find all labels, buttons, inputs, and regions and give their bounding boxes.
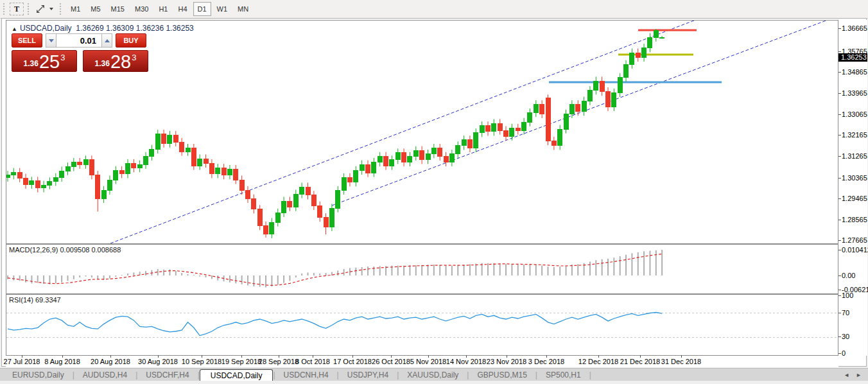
price-axis-label-tick (838, 93, 841, 94)
tab-audusd-h4[interactable]: AUDUSD,H4 (74, 371, 135, 380)
candle-body (444, 156, 448, 162)
candle-body (462, 140, 466, 146)
timeframe-button-MN[interactable]: MN (233, 2, 253, 16)
tab-usdcnh-h4[interactable]: USDCNH,H4 (275, 371, 337, 380)
price-chart-pane[interactable]: ▲USDCAD,Daily 1.36269 1.36309 1.36236 1.… (6, 20, 838, 244)
timeframe-button-H1[interactable]: H1 (154, 2, 172, 16)
text-tool-icon[interactable]: T (10, 3, 24, 15)
channel-parallel[interactable] (332, 21, 829, 205)
timeframe-button-D1[interactable]: D1 (193, 2, 211, 16)
macd-signal-line (8, 254, 662, 286)
time-axis-label: 12 Dec 2018 (578, 358, 618, 365)
time-axis-label: 14 Nov 2018 (446, 358, 486, 365)
macd-histogram-bar (535, 265, 537, 275)
rsi-chart[interactable] (6, 295, 838, 355)
timeframe-button-W1[interactable]: W1 (213, 2, 232, 16)
rsi-line (8, 313, 662, 336)
tab-xauusd-daily[interactable]: XAUUSD,Daily (399, 371, 467, 380)
candle-body (569, 105, 574, 114)
price-axis-label-tick (838, 28, 841, 29)
time-axis-label: 23 Nov 2018 (487, 358, 526, 365)
candle-body (504, 130, 508, 136)
channel-lower-long[interactable] (110, 21, 702, 243)
timeframe-button-M1[interactable]: M1 (66, 2, 85, 16)
candle-body (162, 134, 166, 144)
candle-body (540, 105, 544, 114)
candle-body (221, 168, 226, 175)
macd-histogram-bar (517, 265, 519, 275)
tab-usdcad-daily[interactable]: USDCAD,Daily (200, 369, 273, 382)
macd-histogram-bar (25, 275, 26, 283)
candle-body (642, 48, 647, 58)
candle-body (354, 170, 358, 182)
rsi-axis-label: 0 (842, 349, 846, 357)
macd-chart[interactable] (6, 245, 838, 293)
tab-usdchf-h4[interactable]: USDCHF,H4 (137, 371, 197, 380)
toolbar-grip[interactable] (3, 3, 6, 15)
macd-histogram-bar (469, 264, 471, 275)
candle-body (300, 187, 304, 194)
tab-sp500-h1[interactable]: SP500,H1 (537, 371, 589, 380)
tabs-scroll-right-icon[interactable]: ► (856, 372, 862, 378)
macd-histogram-bar (589, 261, 591, 275)
candle-body (648, 37, 652, 48)
macd-histogram-bar (145, 271, 146, 275)
tab-gbpusd-m15[interactable]: GBPUSD,M15 (469, 371, 535, 380)
toolbar-grip[interactable] (60, 3, 62, 15)
toolbar-grip[interactable] (28, 3, 30, 15)
candle-body (426, 154, 430, 160)
volume-decrease-button[interactable] (46, 33, 56, 48)
macd-histogram-bar (553, 267, 555, 275)
volume-input[interactable] (56, 33, 101, 48)
candle-body (227, 170, 232, 175)
candle-body (576, 105, 580, 112)
candle-body (522, 122, 526, 130)
rsi-indicator-pane[interactable]: RSI(14) 69.3347 (6, 294, 838, 356)
tab-eurusd-daily[interactable]: EURUSD,Daily (4, 371, 73, 380)
timeframe-button-M5[interactable]: M5 (86, 2, 105, 16)
macd-histogram-bar (175, 271, 177, 275)
candle-body (551, 141, 556, 146)
candle-body (119, 170, 124, 174)
macd-histogram-bar (169, 269, 170, 275)
macd-histogram-bar (464, 265, 465, 275)
candle-body (107, 180, 112, 191)
candle-body (449, 154, 454, 162)
arrows-tool-icon[interactable] (34, 3, 47, 15)
chart-tab-bar: EURUSD,Daily|AUDUSD,H4|USDCHF,H4|USDCAD,… (0, 368, 868, 381)
sell-price-panel[interactable]: 1.36 25 3 (12, 50, 77, 72)
candle-body (660, 37, 664, 38)
price-axis-label-tick (838, 156, 841, 157)
sell-button[interactable]: SELL (12, 33, 42, 48)
macd-histogram-bar (308, 272, 309, 275)
macd-histogram-bar (638, 252, 639, 275)
timeframe-button-H4[interactable]: H4 (173, 2, 191, 16)
candle-body (390, 160, 394, 166)
candle-body (12, 172, 16, 175)
caret-down-icon (49, 39, 54, 42)
macd-histogram-bar (265, 275, 266, 287)
buy-button[interactable]: BUY (116, 33, 146, 48)
arrows-tool-dropdown-icon[interactable] (49, 8, 53, 10)
macd-histogram-bar (620, 256, 621, 275)
tab-usdjpy-h4[interactable]: USDJPY,H4 (339, 371, 397, 380)
volume-increase-button[interactable] (101, 33, 112, 48)
candle-body (65, 167, 70, 171)
timeframe-button-M30[interactable]: M30 (130, 2, 153, 16)
candle-body (318, 205, 322, 217)
candle-body (612, 92, 616, 107)
candle-body (101, 191, 106, 199)
macd-histogram-bar (79, 275, 80, 277)
timeframe-button-M15[interactable]: M15 (107, 2, 129, 16)
macd-histogram-bar (529, 264, 530, 275)
candle-body (204, 159, 208, 163)
time-axis[interactable]: 27 Jul 20188 Aug 201820 Aug 201830 Aug 2… (6, 356, 838, 367)
price-axis-label: 1.33965 (842, 89, 867, 97)
macd-histogram-bar (541, 266, 542, 275)
price-axis[interactable]: 1.366651.357651.348651.339651.330651.321… (838, 20, 867, 356)
macd-histogram-bar (397, 266, 399, 275)
macd-indicator-pane[interactable]: MACD(12,26,9) 0.009508 0.008688 (6, 244, 838, 294)
candle-body (42, 185, 46, 188)
buy-price-panel[interactable]: 1.36 28 3 (83, 50, 148, 72)
tabs-scroll-left-icon[interactable]: ◄ (844, 372, 849, 378)
